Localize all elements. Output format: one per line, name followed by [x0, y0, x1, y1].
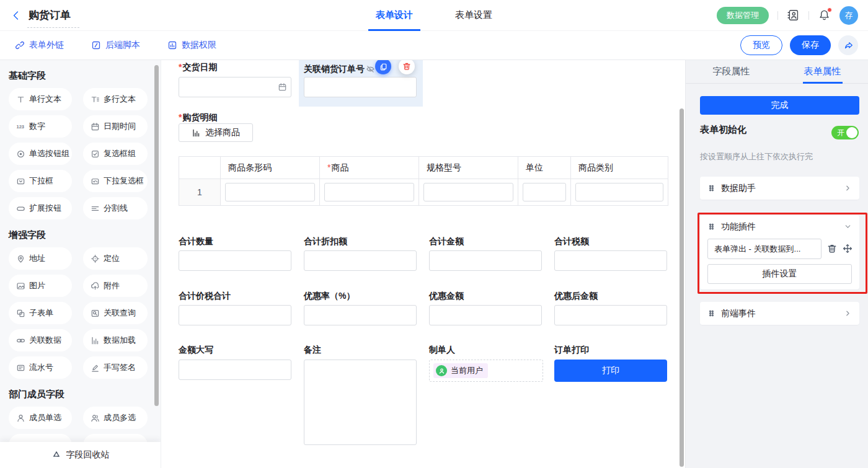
- sidebar-item-attachment[interactable]: 附件: [83, 275, 148, 297]
- data-permission-icon: [167, 40, 177, 50]
- cell-spec: [419, 179, 518, 206]
- sidebar-item-subform[interactable]: 子表单: [9, 302, 72, 324]
- canvas-scrollbar[interactable]: [680, 108, 684, 467]
- cell-category: [571, 179, 668, 206]
- plugin-delete-icon[interactable]: [827, 244, 837, 254]
- bar-chart-icon: [192, 128, 201, 138]
- notification-bell-icon[interactable]: [818, 9, 831, 22]
- plugin-move-icon[interactable]: [843, 244, 852, 254]
- card-data-assistant-header[interactable]: 数据助手: [700, 177, 859, 200]
- page-title[interactable]: 购货订单: [29, 8, 71, 22]
- delivery-date-input[interactable]: [179, 77, 291, 97]
- sidebar-item-linked-query[interactable]: 关联查询: [83, 302, 148, 324]
- field-label-total-qty: 合计数量: [179, 236, 213, 247]
- total-discount-input[interactable]: [304, 250, 417, 271]
- toggle-on-label: 开: [837, 128, 844, 138]
- sidebar-item-member-multi[interactable]: 成员多选: [83, 407, 148, 429]
- field-label-after-discount: 优惠后金额: [554, 291, 598, 302]
- tab-form-settings[interactable]: 表单设置: [451, 0, 496, 31]
- sidebar-item-extend-button[interactable]: 扩展按钮: [9, 197, 72, 219]
- sidebar-item-number[interactable]: 123 数字: [9, 115, 72, 138]
- unit-input[interactable]: [523, 183, 566, 201]
- plugin-settings-button[interactable]: 插件设置: [707, 264, 852, 284]
- toolbar-link-external[interactable]: 表单外链: [15, 40, 64, 51]
- print-button[interactable]: 打印: [554, 360, 667, 382]
- form-init-toggle[interactable]: 开: [831, 126, 859, 139]
- card-function-plugin-header[interactable]: 功能插件: [700, 215, 859, 238]
- sidebar-item-member-single[interactable]: 成员单选: [9, 407, 72, 429]
- user-icon: [436, 365, 447, 376]
- serial-number-icon: [16, 363, 25, 373]
- total-with-tax-input[interactable]: [179, 305, 291, 325]
- field-label-total-amount: 合计金额: [429, 236, 464, 247]
- sidebar-item-linked-data[interactable]: 关联数据: [9, 329, 72, 351]
- total-qty-input[interactable]: [179, 250, 291, 271]
- cell-unit: [518, 179, 571, 206]
- linked-order-input[interactable]: [304, 77, 417, 97]
- duplicate-field-button[interactable]: [375, 58, 391, 74]
- toolbar-link-permission[interactable]: 数据权限: [167, 40, 216, 51]
- select-product-label: 选择商品: [205, 127, 240, 138]
- sidebar-item-select[interactable]: 下拉框: [9, 170, 72, 192]
- col-header-unit: 单位: [518, 157, 571, 179]
- data-manage-button[interactable]: 数据管理: [717, 7, 769, 24]
- trash-icon: [402, 62, 411, 71]
- drag-handle-icon[interactable]: [707, 223, 715, 231]
- avatar[interactable]: 存: [839, 6, 858, 25]
- chevron-right-icon: [844, 309, 852, 317]
- product-input[interactable]: [324, 183, 414, 201]
- linked-query-icon: [91, 309, 100, 318]
- multi-select-icon: [91, 177, 100, 186]
- sidebar-item-image[interactable]: 图片: [9, 275, 72, 297]
- sidebar-item-address[interactable]: 地址: [9, 247, 72, 270]
- cell-product: [320, 179, 419, 206]
- tab-form-design[interactable]: 表单设计: [372, 0, 417, 31]
- plugin-select[interactable]: 表单弹出 - 关联数据到...: [707, 239, 822, 259]
- back-icon[interactable]: [10, 9, 22, 22]
- amount-words-input[interactable]: [179, 360, 291, 380]
- field-recycle-bin[interactable]: 字段回收站: [0, 442, 161, 468]
- sidebar-item-signature[interactable]: 手写签名: [83, 356, 148, 379]
- total-tax-input[interactable]: [554, 250, 667, 271]
- eye-off-icon: [366, 65, 374, 73]
- select-product-button[interactable]: 选择商品: [179, 123, 253, 142]
- card-frontend-event-header[interactable]: 前端事件: [700, 302, 859, 325]
- sidebar-item-multi-select[interactable]: 下拉复选框: [83, 170, 148, 192]
- remark-textarea[interactable]: [304, 360, 417, 445]
- copy-icon: [379, 63, 388, 71]
- sidebar-scrollbar[interactable]: [154, 65, 159, 406]
- sidebar-item-serial-number[interactable]: 流水号: [9, 356, 72, 379]
- discount-rate-input[interactable]: [304, 305, 417, 325]
- chevron-right-icon: [844, 184, 852, 192]
- category-input[interactable]: [575, 183, 663, 201]
- spec-input[interactable]: [423, 183, 513, 201]
- discount-amount-input[interactable]: [429, 305, 542, 325]
- toolbar-link-script[interactable]: 后端脚本: [91, 40, 140, 51]
- multi-line-text-icon: [91, 95, 100, 104]
- barcode-input[interactable]: [225, 183, 315, 201]
- drag-handle-icon[interactable]: [707, 184, 715, 192]
- card-data-assistant: 数据助手: [700, 177, 859, 200]
- sidebar-item-multi-line-text[interactable]: 多行文本: [83, 88, 148, 110]
- preview-button[interactable]: 预览: [740, 35, 782, 55]
- tab-field-properties[interactable]: 字段属性: [686, 60, 777, 83]
- sidebar-item-divider[interactable]: 分割线: [83, 197, 148, 219]
- share-button[interactable]: [838, 35, 858, 55]
- sidebar-item-single-line-text[interactable]: 单行文本: [9, 88, 72, 110]
- sidebar-item-data-load[interactable]: 数据加载: [83, 329, 148, 351]
- sidebar-item-radio-group[interactable]: 单选按钮组: [9, 143, 72, 165]
- save-button[interactable]: 保存: [790, 35, 831, 55]
- total-amount-input[interactable]: [429, 250, 542, 271]
- tab-form-properties[interactable]: 表单属性: [777, 60, 868, 83]
- col-header-category: 商品类别: [571, 157, 668, 179]
- sidebar-item-checkbox-group[interactable]: 复选框组: [83, 143, 148, 165]
- contacts-book-icon[interactable]: [787, 9, 800, 22]
- sidebar-item-location[interactable]: 定位: [83, 247, 148, 270]
- sidebar-item-datetime[interactable]: 日期时间: [83, 115, 148, 138]
- member-single-icon: [16, 413, 25, 423]
- after-discount-input[interactable]: [554, 305, 667, 325]
- creator-field[interactable]: 当前用户: [429, 360, 543, 382]
- drag-handle-icon[interactable]: [707, 309, 715, 317]
- done-button[interactable]: 完成: [700, 96, 859, 115]
- delete-field-button[interactable]: [399, 58, 415, 74]
